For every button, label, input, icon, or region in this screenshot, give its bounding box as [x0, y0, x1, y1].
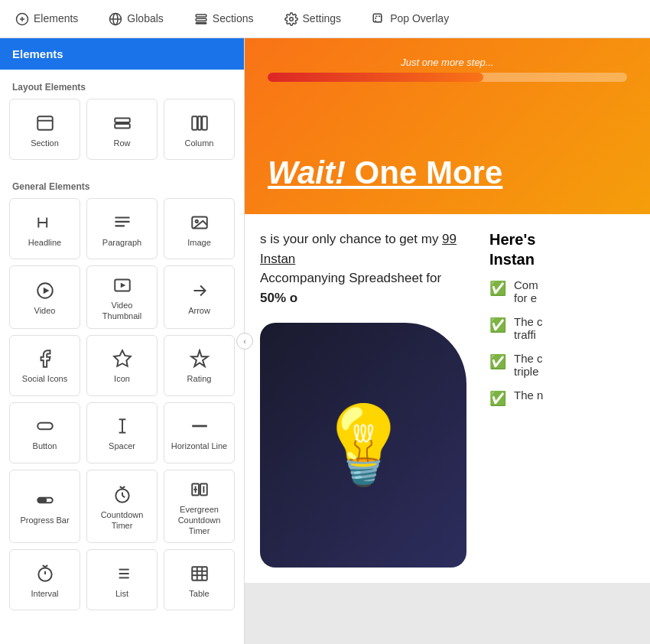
arrow-label: Arrow	[188, 305, 210, 316]
element-video[interactable]: Video	[9, 265, 80, 329]
check-icon-1: ✅	[489, 280, 506, 297]
headline-icon	[35, 213, 55, 233]
list-label: List	[115, 588, 128, 599]
layout-elements-grid: Section Row Column	[0, 99, 244, 169]
bulb-emoji: 💡	[316, 400, 411, 490]
content-intro-text: s is your only chance to get my 99 Insta…	[260, 229, 466, 307]
horizontal-line-icon	[190, 416, 210, 436]
rating-label: Rating	[187, 373, 212, 384]
nav-settings[interactable]: Settings	[278, 7, 348, 31]
button-icon	[35, 416, 55, 436]
globe-icon	[109, 11, 122, 26]
horizontal-line-label: Horizontal Line	[171, 441, 227, 451]
right-heading: Here'sInstan	[489, 229, 635, 269]
svg-line-51	[42, 565, 44, 567]
checklist-text-1: Comfor e	[514, 278, 538, 304]
checklist-text-2: The ctraffi	[514, 315, 543, 341]
svg-rect-11	[37, 116, 53, 129]
nav-globals[interactable]: Globals	[102, 7, 169, 31]
panel-header: Elements	[0, 38, 244, 70]
interval-label: Interval	[31, 588, 58, 599]
video-icon	[35, 281, 55, 301]
element-row[interactable]: Row	[86, 99, 158, 160]
checklist-item-4: ✅ The n	[489, 389, 635, 407]
image-label: Image	[187, 237, 211, 248]
check-icon-3: ✅	[489, 353, 506, 370]
element-image[interactable]: Image	[164, 198, 235, 259]
element-list[interactable]: List	[86, 549, 158, 610]
content-right: Here'sInstan ✅ Comfor e ✅ The ctraffi ✅	[482, 229, 635, 568]
wait-text: Wait!	[268, 154, 346, 190]
left-panel: Elements Layout Elements Section R	[0, 38, 245, 644]
preview-content: Just one more step... Wait! One More s i…	[245, 38, 650, 644]
rating-icon	[190, 349, 210, 369]
plus-circle-icon	[15, 11, 29, 26]
svg-rect-8	[196, 22, 206, 24]
element-evergreen-countdown[interactable]: Evergreen Countdown Timer	[164, 470, 235, 544]
svg-marker-27	[43, 288, 49, 294]
gear-icon	[284, 11, 298, 26]
panel-wrapper: Elements Layout Elements Section R	[0, 38, 245, 644]
arrow-icon	[190, 281, 210, 301]
element-rating[interactable]: Rating	[164, 335, 235, 396]
svg-point-9	[289, 18, 293, 21]
general-elements-grid: Headline Paragraph I	[0, 198, 244, 620]
top-nav: Elements Globals Sections Settings	[0, 0, 650, 38]
checklist-text-4: The n	[514, 389, 543, 402]
svg-rect-16	[197, 116, 200, 129]
element-table[interactable]: Table	[164, 549, 235, 610]
element-arrow[interactable]: Arrow	[164, 265, 235, 329]
svg-rect-10	[373, 14, 382, 22]
table-icon	[190, 564, 210, 584]
element-video-thumbnail[interactable]: Video Thumbnail	[86, 265, 158, 329]
element-spacer[interactable]: Spacer	[86, 402, 158, 463]
element-column[interactable]: Column	[164, 99, 235, 160]
svg-line-42	[119, 486, 122, 488]
svg-rect-7	[196, 18, 206, 21]
svg-rect-38	[37, 498, 47, 503]
svg-point-25	[195, 220, 197, 223]
svg-marker-31	[114, 351, 131, 367]
nav-pop-overlay[interactable]: Pop Overlay	[366, 7, 455, 31]
table-label: Table	[189, 588, 209, 599]
hero-title: Wait! One More	[268, 154, 627, 191]
video-thumbnail-label: Video Thumbnail	[93, 300, 151, 322]
check-icon-4: ✅	[489, 390, 506, 407]
nav-elements[interactable]: Elements	[9, 7, 84, 31]
checklist: ✅ Comfor e ✅ The ctraffi ✅ The ctriple	[489, 278, 635, 407]
svg-rect-13	[115, 118, 130, 122]
paragraph-label: Paragraph	[102, 237, 141, 248]
section-label: Section	[31, 138, 59, 148]
nav-sections[interactable]: Sections	[188, 7, 260, 31]
checklist-text-3: The ctriple	[514, 352, 543, 378]
element-horizontal-line[interactable]: Horizontal Line	[164, 402, 235, 463]
image-icon	[190, 213, 210, 233]
svg-rect-21	[115, 216, 130, 218]
element-progress-bar[interactable]: Progress Bar	[9, 470, 80, 544]
panel-collapse-button[interactable]: ‹	[236, 333, 253, 350]
list-icon	[112, 564, 132, 584]
element-headline[interactable]: Headline	[9, 198, 80, 259]
svg-rect-23	[115, 225, 125, 226]
element-countdown-timer[interactable]: Countdown Timer	[86, 470, 158, 544]
check-icon-2: ✅	[489, 317, 506, 333]
element-social-icons[interactable]: Social Icons	[9, 335, 80, 396]
element-section[interactable]: Section	[9, 99, 80, 160]
element-paragraph[interactable]: Paragraph	[86, 198, 158, 259]
layout-section-title: Layout Elements	[0, 70, 244, 99]
social-icons-label: Social Icons	[22, 373, 67, 384]
video-label: Video	[34, 305, 56, 316]
element-interval[interactable]: Interval	[9, 549, 80, 610]
element-icon[interactable]: Icon	[86, 335, 158, 396]
svg-rect-22	[115, 221, 130, 223]
row-icon	[112, 113, 132, 133]
checklist-item-3: ✅ The ctriple	[489, 352, 635, 378]
progress-label: Just one more step...	[268, 57, 627, 68]
checklist-item-2: ✅ The ctraffi	[489, 315, 635, 341]
hero-section: Just one more step... Wait! One More	[245, 38, 650, 214]
column-label: Column	[185, 138, 214, 148]
checklist-item-1: ✅ Comfor e	[489, 278, 635, 304]
svg-rect-14	[115, 124, 130, 128]
element-button[interactable]: Button	[9, 402, 80, 463]
progress-track	[268, 73, 627, 82]
